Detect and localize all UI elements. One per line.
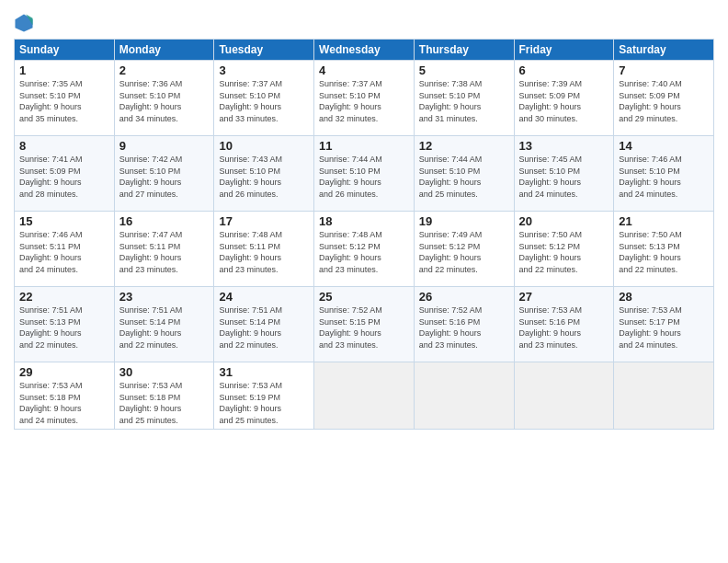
day-info: Sunrise: 7:46 AM Sunset: 5:10 PM Dayligh… (619, 154, 709, 200)
day-info: Sunrise: 7:37 AM Sunset: 5:10 PM Dayligh… (319, 78, 409, 124)
calendar-day-cell: 29Sunrise: 7:53 AM Sunset: 5:18 PM Dayli… (15, 362, 115, 430)
calendar-day-cell: 24Sunrise: 7:51 AM Sunset: 5:14 PM Dayli… (214, 287, 314, 362)
logo (14, 13, 36, 33)
day-number: 8 (19, 139, 109, 153)
calendar-header-row: SundayMondayTuesdayWednesdayThursdayFrid… (15, 40, 714, 61)
calendar-day-cell (614, 362, 714, 430)
calendar-day-cell: 4Sunrise: 7:37 AM Sunset: 5:10 PM Daylig… (314, 61, 415, 136)
day-number: 17 (219, 214, 309, 228)
day-info: Sunrise: 7:40 AM Sunset: 5:09 PM Dayligh… (619, 78, 709, 124)
calendar-day-cell: 2Sunrise: 7:36 AM Sunset: 5:10 PM Daylig… (114, 61, 214, 136)
day-info: Sunrise: 7:37 AM Sunset: 5:10 PM Dayligh… (219, 78, 309, 124)
day-info: Sunrise: 7:50 AM Sunset: 5:13 PM Dayligh… (619, 229, 709, 275)
day-number: 12 (419, 139, 509, 153)
day-info: Sunrise: 7:42 AM Sunset: 5:10 PM Dayligh… (119, 154, 210, 200)
logo-icon (14, 13, 34, 33)
day-info: Sunrise: 7:53 AM Sunset: 5:18 PM Dayligh… (19, 380, 109, 426)
day-info: Sunrise: 7:41 AM Sunset: 5:09 PM Dayligh… (19, 154, 109, 200)
calendar-day-cell: 23Sunrise: 7:51 AM Sunset: 5:14 PM Dayli… (114, 287, 214, 362)
calendar-day-cell: 20Sunrise: 7:50 AM Sunset: 5:12 PM Dayli… (514, 212, 614, 287)
calendar-day-cell: 26Sunrise: 7:52 AM Sunset: 5:16 PM Dayli… (414, 287, 514, 362)
day-number: 22 (19, 290, 109, 304)
page-header (14, 9, 714, 33)
calendar-day-cell: 13Sunrise: 7:45 AM Sunset: 5:10 PM Dayli… (514, 136, 614, 212)
calendar-day-cell: 31Sunrise: 7:53 AM Sunset: 5:19 PM Dayli… (214, 362, 314, 430)
calendar-day-cell (514, 362, 614, 430)
calendar-day-cell: 27Sunrise: 7:53 AM Sunset: 5:16 PM Dayli… (514, 287, 614, 362)
day-number: 26 (419, 290, 509, 304)
weekday-header: Tuesday (214, 40, 314, 61)
day-info: Sunrise: 7:45 AM Sunset: 5:10 PM Dayligh… (519, 154, 609, 200)
calendar-day-cell: 12Sunrise: 7:44 AM Sunset: 5:10 PM Dayli… (414, 136, 514, 212)
day-info: Sunrise: 7:48 AM Sunset: 5:11 PM Dayligh… (219, 229, 309, 275)
calendar-day-cell: 19Sunrise: 7:49 AM Sunset: 5:12 PM Dayli… (414, 212, 514, 287)
day-number: 27 (519, 290, 609, 304)
calendar-day-cell: 30Sunrise: 7:53 AM Sunset: 5:18 PM Dayli… (114, 362, 214, 430)
calendar-table: SundayMondayTuesdayWednesdayThursdayFrid… (14, 39, 714, 430)
day-number: 21 (619, 214, 709, 228)
day-number: 20 (519, 214, 609, 228)
day-number: 15 (19, 214, 109, 228)
weekday-header: Wednesday (314, 40, 415, 61)
day-number: 10 (219, 139, 309, 153)
day-number: 1 (19, 63, 109, 77)
day-number: 14 (619, 139, 709, 153)
weekday-header: Monday (114, 40, 214, 61)
day-info: Sunrise: 7:50 AM Sunset: 5:12 PM Dayligh… (519, 229, 609, 275)
calendar-day-cell: 3Sunrise: 7:37 AM Sunset: 5:10 PM Daylig… (214, 61, 314, 136)
day-number: 4 (319, 63, 409, 77)
calendar-day-cell: 14Sunrise: 7:46 AM Sunset: 5:10 PM Dayli… (614, 136, 714, 212)
day-info: Sunrise: 7:51 AM Sunset: 5:14 PM Dayligh… (119, 304, 210, 350)
calendar-week-row: 29Sunrise: 7:53 AM Sunset: 5:18 PM Dayli… (15, 362, 714, 430)
day-number: 19 (419, 214, 509, 228)
day-info: Sunrise: 7:51 AM Sunset: 5:13 PM Dayligh… (19, 304, 109, 350)
day-info: Sunrise: 7:44 AM Sunset: 5:10 PM Dayligh… (419, 154, 509, 200)
weekday-header: Thursday (414, 40, 514, 61)
calendar-day-cell: 1Sunrise: 7:35 AM Sunset: 5:10 PM Daylig… (15, 61, 115, 136)
day-number: 3 (219, 63, 309, 77)
calendar-day-cell: 15Sunrise: 7:46 AM Sunset: 5:11 PM Dayli… (15, 212, 115, 287)
day-number: 9 (119, 139, 210, 153)
page-container: SundayMondayTuesdayWednesdayThursdayFrid… (0, 0, 728, 563)
weekday-header: Sunday (15, 40, 115, 61)
day-info: Sunrise: 7:43 AM Sunset: 5:10 PM Dayligh… (219, 154, 309, 200)
day-number: 24 (219, 290, 309, 304)
weekday-header: Saturday (614, 40, 714, 61)
day-number: 28 (619, 290, 709, 304)
calendar-day-cell: 7Sunrise: 7:40 AM Sunset: 5:09 PM Daylig… (614, 61, 714, 136)
calendar-week-row: 15Sunrise: 7:46 AM Sunset: 5:11 PM Dayli… (15, 212, 714, 287)
day-number: 29 (19, 365, 109, 379)
calendar-week-row: 8Sunrise: 7:41 AM Sunset: 5:09 PM Daylig… (15, 136, 714, 212)
calendar-day-cell: 17Sunrise: 7:48 AM Sunset: 5:11 PM Dayli… (214, 212, 314, 287)
calendar-week-row: 22Sunrise: 7:51 AM Sunset: 5:13 PM Dayli… (15, 287, 714, 362)
day-number: 7 (619, 63, 709, 77)
day-info: Sunrise: 7:44 AM Sunset: 5:10 PM Dayligh… (319, 154, 409, 200)
day-info: Sunrise: 7:53 AM Sunset: 5:16 PM Dayligh… (519, 304, 609, 350)
calendar-day-cell: 22Sunrise: 7:51 AM Sunset: 5:13 PM Dayli… (15, 287, 115, 362)
day-info: Sunrise: 7:36 AM Sunset: 5:10 PM Dayligh… (119, 78, 210, 124)
day-info: Sunrise: 7:53 AM Sunset: 5:18 PM Dayligh… (119, 380, 210, 426)
day-number: 30 (119, 365, 210, 379)
calendar-day-cell: 8Sunrise: 7:41 AM Sunset: 5:09 PM Daylig… (15, 136, 115, 212)
day-info: Sunrise: 7:47 AM Sunset: 5:11 PM Dayligh… (119, 229, 210, 275)
day-number: 31 (219, 365, 309, 379)
day-info: Sunrise: 7:46 AM Sunset: 5:11 PM Dayligh… (19, 229, 109, 275)
weekday-header: Friday (514, 40, 614, 61)
day-number: 2 (119, 63, 210, 77)
day-info: Sunrise: 7:48 AM Sunset: 5:12 PM Dayligh… (319, 229, 409, 275)
calendar-day-cell: 11Sunrise: 7:44 AM Sunset: 5:10 PM Dayli… (314, 136, 415, 212)
calendar-day-cell: 18Sunrise: 7:48 AM Sunset: 5:12 PM Dayli… (314, 212, 415, 287)
day-info: Sunrise: 7:52 AM Sunset: 5:16 PM Dayligh… (419, 304, 509, 350)
day-number: 11 (319, 139, 409, 153)
calendar-day-cell: 9Sunrise: 7:42 AM Sunset: 5:10 PM Daylig… (114, 136, 214, 212)
day-number: 6 (519, 63, 609, 77)
day-info: Sunrise: 7:38 AM Sunset: 5:10 PM Dayligh… (419, 78, 509, 124)
day-number: 23 (119, 290, 210, 304)
day-number: 25 (319, 290, 409, 304)
day-info: Sunrise: 7:53 AM Sunset: 5:17 PM Dayligh… (619, 304, 709, 350)
day-number: 18 (319, 214, 409, 228)
calendar-day-cell: 16Sunrise: 7:47 AM Sunset: 5:11 PM Dayli… (114, 212, 214, 287)
day-number: 5 (419, 63, 509, 77)
calendar-day-cell: 21Sunrise: 7:50 AM Sunset: 5:13 PM Dayli… (614, 212, 714, 287)
calendar-day-cell: 10Sunrise: 7:43 AM Sunset: 5:10 PM Dayli… (214, 136, 314, 212)
